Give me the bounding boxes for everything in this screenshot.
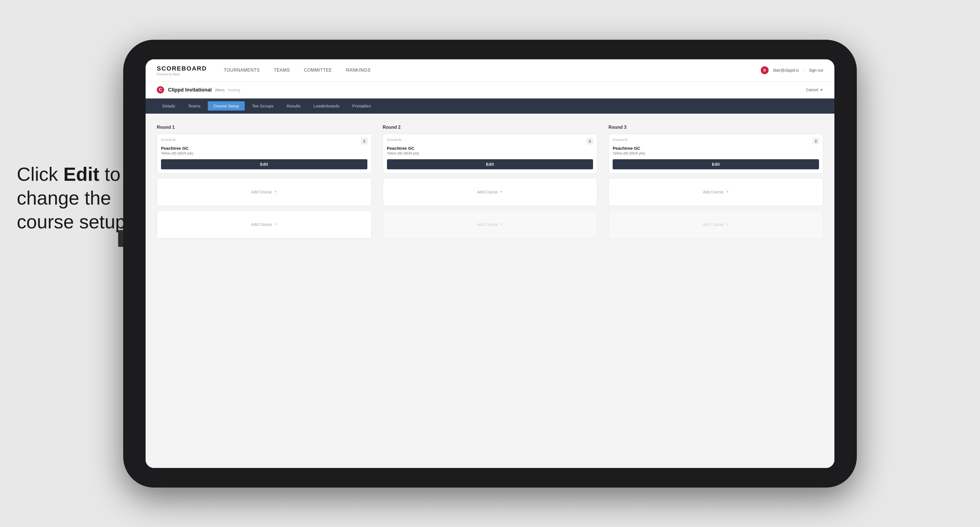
instruction-text: Click Edit tochange thecourse setup.	[17, 162, 131, 234]
tab-printables[interactable]: Printables	[347, 101, 377, 111]
nav-rankings[interactable]: RANKINGS	[346, 68, 371, 73]
add-course-r3-2-label: Add Course	[703, 222, 724, 227]
add-course-r1-1-label: Add Course	[251, 190, 272, 194]
brand-logo: C	[157, 86, 164, 94]
delete-course-r2-button[interactable]: 🗑	[587, 138, 593, 144]
tab-leaderboards[interactable]: Leaderboards	[308, 101, 345, 111]
tab-course-setup[interactable]: Course Setup	[208, 101, 245, 111]
plus-icon: +	[274, 189, 277, 195]
edit-course-r2-button[interactable]: Edit	[387, 159, 593, 169]
logo-powered-by: Powered by clippd	[157, 73, 207, 76]
course-details-r2: Yellow (M) (6629 yds)	[387, 151, 593, 156]
gender-badge: (Men)	[215, 88, 224, 92]
rounds-grid: Round 1 (Course A) 🗑 Peachtree GC Yellow…	[157, 125, 823, 243]
edit-course-r1-button[interactable]: Edit	[161, 159, 368, 169]
course-card-header-r2: (Course A) 🗑	[387, 138, 593, 144]
sign-out-link[interactable]: Sign out	[809, 68, 823, 73]
nav-right: B blair@clippd.io | Sign out	[761, 66, 823, 74]
nav-teams[interactable]: TEAMS	[274, 68, 290, 73]
plus-icon-r3-1: +	[726, 189, 729, 195]
round-3-title: Round 3	[608, 125, 823, 130]
round-2-title: Round 2	[383, 125, 598, 130]
add-course-r1-2[interactable]: Add Course +	[157, 211, 372, 238]
course-label-r2: (Course A)	[387, 138, 402, 141]
nav-items: TOURNAMENTS TEAMS COMMITTEE RANKINGS	[224, 68, 761, 73]
main-content: Round 1 (Course A) 🗑 Peachtree GC Yellow…	[146, 114, 834, 468]
add-course-r3-1-label: Add Course	[703, 190, 724, 194]
plus-icon-r2-1: +	[500, 189, 503, 195]
add-course-r1-2-label: Add Course	[251, 222, 272, 227]
round-1-column: Round 1 (Course A) 🗑 Peachtree GC Yellow…	[157, 125, 372, 243]
plus-icon-r3-2: +	[726, 221, 729, 227]
event-title: Clippd Invitational	[168, 87, 212, 93]
round-3-column: Round 3 (Course A) 🗑 Peachtree GC Yellow…	[608, 125, 823, 243]
tab-results[interactable]: Results	[281, 101, 306, 111]
course-name-r3: Peachtree GC	[612, 146, 819, 151]
delete-course-r3-button[interactable]: 🗑	[813, 138, 819, 144]
round-1-title: Round 1	[157, 125, 372, 130]
trash-icon: 🗑	[362, 139, 366, 143]
add-course-r2-2: Add Course +	[383, 211, 598, 238]
close-icon: ✕	[820, 87, 823, 92]
round-1-course-card: (Course A) 🗑 Peachtree GC Yellow (M) (66…	[157, 134, 372, 173]
user-email: blair@clippd.io	[773, 68, 799, 73]
round-2-course-card: (Course A) 🗑 Peachtree GC Yellow (M) (66…	[383, 134, 598, 173]
hosting-label: Hosting	[228, 88, 240, 92]
edit-course-r3-button[interactable]: Edit	[612, 159, 819, 169]
add-course-r3-1[interactable]: Add Course +	[608, 178, 823, 206]
course-name-r2: Peachtree GC	[387, 146, 593, 151]
plus-icon-2: +	[274, 221, 277, 227]
course-details-r3: Yellow (M) (6629 yds)	[612, 151, 819, 156]
add-course-r1-1[interactable]: Add Course +	[157, 178, 372, 206]
add-course-r2-2-label: Add Course	[477, 222, 498, 227]
tablet-side-button	[118, 230, 123, 247]
add-course-r3-2: Add Course +	[608, 211, 823, 238]
round-2-column: Round 2 (Course A) 🗑 Peachtree GC Yellow…	[383, 125, 598, 243]
nav-tournaments[interactable]: TOURNAMENTS	[224, 68, 260, 73]
tablet-device: SCOREBOARD Powered by clippd TOURNAMENTS…	[123, 40, 857, 487]
sub-header: C Clippd Invitational (Men) Hosting Canc…	[146, 82, 834, 98]
instruction-bold: Edit	[63, 163, 99, 185]
tablet-screen: SCOREBOARD Powered by clippd TOURNAMENTS…	[146, 59, 834, 468]
user-avatar: B	[761, 66, 768, 74]
course-details-r1: Yellow (M) (6629 yds)	[161, 151, 368, 156]
nav-divider: |	[803, 68, 805, 73]
top-navigation: SCOREBOARD Powered by clippd TOURNAMENTS…	[146, 59, 834, 82]
add-course-r2-1-label: Add Course	[477, 190, 498, 194]
course-name-r1: Peachtree GC	[161, 146, 368, 151]
delete-course-r1-button[interactable]: 🗑	[361, 138, 368, 144]
course-card-header: (Course A) 🗑	[161, 138, 368, 144]
trash-icon-r3: 🗑	[814, 139, 818, 143]
tab-teams[interactable]: Teams	[183, 101, 206, 111]
tab-details[interactable]: Details	[157, 101, 181, 111]
trash-icon-r2: 🗑	[588, 139, 592, 143]
course-label-r3: (Course A)	[612, 138, 627, 141]
tab-tee-groups[interactable]: Tee Groups	[247, 101, 280, 111]
round-3-course-card: (Course A) 🗑 Peachtree GC Yellow (M) (66…	[608, 134, 823, 173]
logo-area: SCOREBOARD Powered by clippd	[157, 65, 207, 76]
plus-icon-r2-2: +	[500, 221, 503, 227]
scoreboard-logo: SCOREBOARD	[157, 65, 207, 72]
tab-bar: Details Teams Course Setup Tee Groups Re…	[146, 98, 834, 114]
nav-committee[interactable]: COMMITTEE	[304, 68, 332, 73]
course-label-r1: (Course A)	[161, 138, 176, 141]
add-course-r2-1[interactable]: Add Course +	[383, 178, 598, 206]
cancel-button[interactable]: Cancel ✕	[806, 87, 823, 92]
course-card-header-r3: (Course A) 🗑	[612, 138, 819, 144]
